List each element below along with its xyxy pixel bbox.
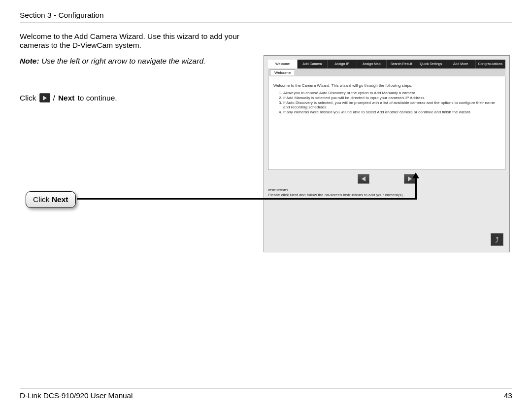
- note-label: Note:: [20, 57, 39, 65]
- callout-bold: Next: [52, 195, 68, 204]
- exit-icon[interactable]: ⤴: [491, 233, 503, 246]
- callout-connector-v: [415, 176, 417, 199]
- click-post: to continue.: [78, 94, 117, 103]
- page-number: 43: [504, 391, 512, 400]
- click-next-instruction: Click / Next to continue.: [20, 93, 261, 103]
- tab-search-result[interactable]: Search Result: [387, 60, 416, 68]
- prev-button[interactable]: [358, 174, 369, 184]
- tab-assign-ip[interactable]: Assign IP: [328, 60, 357, 68]
- footer-manual: D-Link DCS-910/920 User Manual: [20, 391, 133, 400]
- section-header: Section 3 - Configuration: [20, 11, 512, 23]
- inner-tab-strip: Welcome: [268, 68, 505, 76]
- click-slash: /: [53, 94, 55, 103]
- tab-welcome[interactable]: Welcome: [268, 60, 298, 68]
- callout-connector-h: [77, 198, 417, 200]
- tab-add-more[interactable]: Add More: [446, 60, 476, 68]
- wizard-top-tabs: Welcome Add Camera Assign IP Assign Map …: [268, 60, 505, 68]
- wizard-content: Welcome to the Camera Wizard. This wizar…: [268, 76, 505, 170]
- instructions-label: Instructions: [268, 188, 505, 192]
- wizard-step: Allow you to choose Auto Discovery or th…: [283, 91, 500, 95]
- arrowhead-icon: [412, 172, 419, 178]
- play-icon: [39, 93, 50, 103]
- wizard-screenshot: Welcome Add Camera Assign IP Assign Map …: [264, 55, 510, 252]
- note-body: Use the left or right arrow to navigate …: [39, 57, 206, 65]
- tab-congratulations[interactable]: Congratulations: [476, 60, 505, 68]
- callout-pre: Click: [33, 195, 52, 204]
- wizard-step: If Add Manually is selected you will be …: [283, 96, 500, 100]
- wizard-step: If any cameras were missed you will be a…: [283, 110, 500, 114]
- page-footer: D-Link DCS-910/920 User Manual 43: [20, 388, 512, 400]
- callout-click-next: Click Next: [26, 191, 76, 208]
- intro-text: Welcome to the Add Camera Wizard. Use th…: [20, 32, 261, 50]
- click-pre: Click: [20, 94, 36, 103]
- wizard-intro-text: Welcome to the Camera Wizard. This wizar…: [273, 83, 500, 88]
- inner-tab-welcome[interactable]: Welcome: [270, 69, 295, 75]
- instructions-text: Please click Next and follow the on-scre…: [268, 193, 505, 197]
- note-text: Note: Use the left or right arrow to nav…: [20, 57, 261, 66]
- tab-add-camera[interactable]: Add Camera: [298, 60, 327, 68]
- wizard-step: If Auto Discovery is selected, you will …: [283, 101, 500, 109]
- tab-assign-map[interactable]: Assign Map: [357, 60, 387, 68]
- click-next-bold: Next: [58, 94, 75, 103]
- tab-quick-settings[interactable]: Quick Settings: [416, 60, 446, 68]
